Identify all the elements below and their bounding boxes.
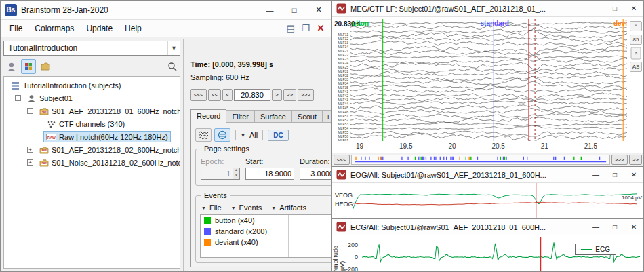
svg-text:RAW: RAW (41, 149, 46, 152)
next-page-button[interactable]: >> (629, 155, 642, 165)
tree-item-raw-folder-1[interactable]: − RAWS01_AEF_20131218_01_600Hz_notch (4, 104, 180, 117)
next-page-fast-button[interactable]: >>> (611, 155, 628, 165)
gain-increase-button[interactable]: « (631, 47, 641, 60)
close-button[interactable]: ✕ (306, 1, 331, 19)
y-tick: -200 (342, 266, 358, 272)
menu-help[interactable]: Help (119, 21, 148, 36)
tab-record[interactable]: Record (190, 109, 226, 123)
minimize-button[interactable]: — (586, 1, 605, 16)
tree-item-noise-folder[interactable]: + RAWS01_Noise_20131218_02_600Hz_notch (4, 156, 180, 169)
event-overview-track[interactable] (351, 155, 610, 165)
tree-item-subject[interactable]: − Subject01 (4, 92, 180, 104)
y-tick: 200 (342, 241, 358, 248)
maximize-button[interactable]: □ (605, 167, 624, 182)
menu-file[interactable]: File (3, 21, 28, 36)
event-label-button: utton (352, 20, 369, 27)
menu-update[interactable]: Update (80, 21, 119, 36)
event-type-list[interactable]: button (x40) standard (x200) deviant (x4… (200, 214, 331, 258)
tree-item-ctf-channels[interactable]: CTF channels (340) (4, 117, 180, 130)
page-prev-fast-button[interactable]: <<< (190, 89, 207, 101)
close-all-figures-icon[interactable]: ✕ (313, 23, 328, 33)
collapse-toggle[interactable]: − (27, 108, 33, 114)
close-button[interactable]: ✕ (624, 219, 643, 235)
display-mode-icon[interactable] (195, 128, 212, 142)
meg-titlebar[interactable]: MEG/CTF LF: Subject01/@rawS01_AEF_201312… (332, 1, 643, 17)
events-file-menu[interactable]: ▼File (201, 203, 222, 212)
layout-manager-icon[interactable]: ▤ (283, 23, 298, 33)
gain-value[interactable]: 85 (630, 35, 642, 45)
ecg-plot[interactable]: Amplitude (µV) 200 0 -200 ECG (332, 235, 643, 272)
raw-folder-icon: RAW (39, 145, 49, 154)
sample-prev-button[interactable]: < (222, 89, 233, 101)
tab-filter[interactable]: Filter (226, 110, 254, 123)
close-button[interactable]: ✕ (624, 167, 643, 182)
expand-toggle[interactable]: + (27, 159, 33, 166)
minimize-button[interactable]: — (586, 167, 605, 182)
database-column: TutorialIntroduction ▼ (1, 39, 184, 271)
legend: ECG (575, 244, 616, 255)
x-tick: 20 (448, 142, 456, 150)
event-type-deviant[interactable]: deviant (x40) (201, 237, 331, 248)
tab-surface[interactable]: Surface (255, 110, 292, 123)
epoch-stepper[interactable]: ▲▼ (233, 168, 240, 180)
minimize-button[interactable]: — (586, 219, 605, 235)
tree-item-protocol[interactable]: TutorialIntroduction (subjects) (4, 79, 180, 92)
events-group: Events ▼File ▼Events ▼Artifacts button (… (195, 195, 331, 263)
raw-folder-icon: RAW (39, 106, 49, 115)
channel-labels: MLF11MLF12MLF13MLF14MLF21MLF22MLF23MLF24… (332, 33, 350, 141)
dc-offset-toggle[interactable]: DC (268, 130, 288, 141)
x-tick: 21.5 (584, 142, 597, 150)
duration-label: Duration: (300, 157, 331, 166)
event-color-swatch (204, 239, 211, 246)
eog-titlebar[interactable]: EOG/All: Subject01/@rawS01_AEF_20131218_… (332, 167, 643, 183)
figure-side-toolbar: ^ 85 « AS (628, 19, 643, 141)
event-type-standard[interactable]: standard (x200) (201, 226, 331, 237)
brainstorm-titlebar[interactable]: Bs Brainstorm 28-Jan-2020 — □ ✕ (1, 1, 331, 20)
expand-toggle[interactable]: + (27, 147, 33, 153)
panel-tabs: Record Filter Surface Scout + (190, 109, 331, 123)
window-title: MEG/CTF LF: Subject01/@rawS01_AEF_201312… (350, 5, 586, 13)
legend-label: ECG (595, 246, 610, 253)
search-button[interactable] (165, 59, 180, 74)
current-time-input[interactable] (234, 89, 270, 101)
maximize-button[interactable]: □ (605, 1, 624, 16)
meg-plot[interactable]: utton standard devi (350, 19, 628, 141)
montage-icon[interactable] (214, 128, 230, 142)
maximize-button[interactable]: □ (282, 1, 306, 19)
events-artifacts-menu[interactable]: ▼Artifacts (271, 203, 306, 212)
window-layout-icon[interactable]: ❐ (298, 23, 313, 33)
menu-colormaps[interactable]: Colormaps (28, 21, 80, 36)
events-events-menu[interactable]: ▼Events (231, 203, 262, 212)
time-range-line: Time: [0.000, 359.998] s (190, 60, 331, 69)
collapse-toggle[interactable]: − (15, 95, 21, 101)
maximize-button[interactable]: □ (605, 219, 624, 235)
duration-input[interactable] (300, 168, 331, 180)
autoscale-button[interactable]: AS (630, 62, 642, 72)
minimize-button[interactable]: — (258, 1, 282, 19)
tree-item-raw-link[interactable]: RAWRaw | notch(60Hz 120Hz 180Hz) (4, 130, 180, 143)
tree-item-raw-folder-2[interactable]: + RAWS01_AEF_20131218_02_600Hz_notch (4, 143, 180, 156)
figure-icon (336, 170, 346, 180)
page-prev-button[interactable]: << (208, 89, 221, 101)
database-tree[interactable]: TutorialIntroduction (subjects) − Subjec… (3, 76, 180, 269)
close-button[interactable]: ✕ (624, 1, 643, 16)
event-type-button[interactable]: button (x40) (201, 215, 331, 226)
start-time-input[interactable] (245, 168, 294, 180)
page-next-button[interactable]: >> (283, 89, 296, 101)
scroll-up-button[interactable]: ^ (630, 21, 642, 31)
view-subjects-button[interactable] (21, 59, 36, 74)
amplitude-scale-label: 1004 µV (622, 195, 642, 201)
view-conditions-button[interactable] (38, 59, 53, 74)
view-anatomy-button[interactable] (4, 59, 19, 74)
tree-label: Raw | notch(60Hz 120Hz 180Hz) (59, 133, 168, 141)
ecg-titlebar[interactable]: ECG/All: Subject01/@rawS01_AEF_20131218_… (332, 219, 643, 235)
montage-selector[interactable]: All (249, 131, 258, 139)
prev-page-button[interactable]: <<< (334, 155, 350, 165)
protocol-dropdown[interactable]: TutorialIntroduction ▼ (3, 41, 180, 56)
tab-add[interactable]: + (323, 110, 331, 123)
epoch-input[interactable] (201, 168, 233, 180)
eog-plot[interactable]: VEOG HEOG 1004 µV (332, 183, 643, 218)
page-next-fast-button[interactable]: >>> (298, 89, 314, 101)
sample-next-button[interactable]: > (272, 89, 282, 101)
tab-scout[interactable]: Scout (292, 110, 323, 123)
